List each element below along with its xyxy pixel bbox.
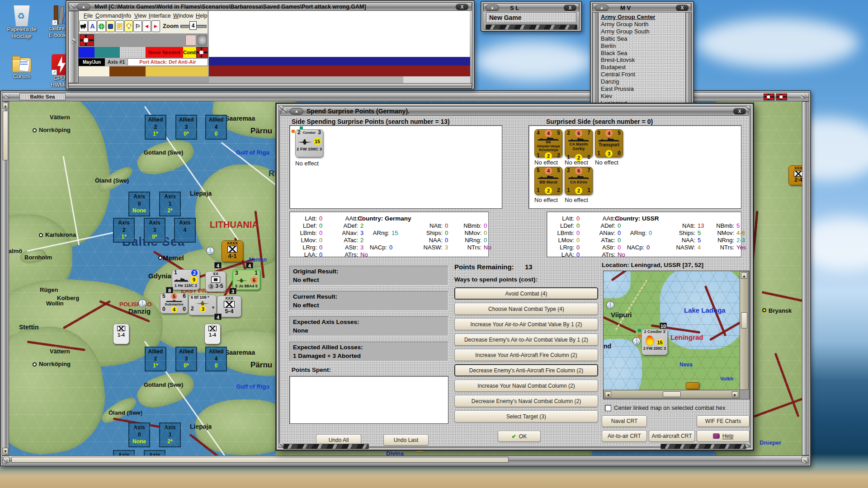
unit-counter-division[interactable]: XX 33-5: [205, 271, 226, 292]
mv-item[interactable]: Brest-Litovsk: [601, 56, 685, 64]
mv-item[interactable]: East Prussia: [601, 85, 685, 93]
fingerprint-button[interactable]: [198, 35, 207, 46]
sea-area-box[interactable]: Allied40: [205, 115, 227, 140]
scroll-up-button[interactable]: ▲: [3, 103, 8, 109]
dialog-title-bar[interactable]: ▲ Spend Surprise Points (Germany). X: [280, 106, 749, 116]
sl-item-new-game[interactable]: New Game: [486, 13, 576, 21]
sea-area-box[interactable]: Axis0None: [128, 192, 150, 216]
unit-counter-kirov[interactable]: 267 CA Kirov 121: [565, 167, 593, 195]
sea-area-box[interactable]: Axis12*: [159, 192, 181, 216]
desktop-icon-cursos[interactable]: Cursos: [3, 55, 41, 80]
mv-item[interactable]: Army Group South: [601, 28, 685, 35]
mv-item[interactable]: Baltic Sea: [601, 35, 685, 42]
zoom-slider-thumb[interactable]: 4: [189, 21, 197, 30]
spend-button-decrease-air-to-air[interactable]: Decrease Enemy's Air-to-Air Combat Value…: [454, 333, 598, 346]
unit-counter-submarine[interactable]: 556 Submarine 040: [160, 293, 188, 314]
air-to-air-crt-button[interactable]: Air-to-air CRT: [602, 430, 647, 442]
minimap-vscroll[interactable]: ▲: [740, 271, 749, 390]
text-a-icon[interactable]: A: [88, 20, 97, 32]
menu-interface[interactable]: Interface: [149, 13, 171, 19]
sea-area-box[interactable]: Axis21*: [113, 218, 135, 243]
undo-last-button[interactable]: Undo Last: [383, 434, 429, 446]
help-button[interactable]: ? Help: [697, 430, 750, 442]
spend-button-decrease-naval-column[interactable]: Decrease Enemy's Naval Combat Column (2): [454, 395, 598, 407]
close-button[interactable]: X: [455, 4, 469, 10]
close-button[interactable]: X: [733, 108, 746, 115]
menu-command[interactable]: Command: [95, 13, 122, 19]
menu-file[interactable]: File: [84, 13, 93, 19]
spend-button-avoid-combat[interactable]: Avoid Combat (4): [454, 287, 598, 300]
scroll-thumb[interactable]: [3, 111, 8, 160]
minimap-canvas[interactable]: ⚓ Viipuri Lake Ladoga Leningrad nd Neva …: [604, 271, 740, 390]
close-button[interactable]: X: [563, 5, 577, 11]
anti-aircraft-crt-button[interactable]: Anti-aircraft CRT: [649, 430, 695, 442]
sea-area-box[interactable]: Allied30*: [175, 347, 197, 371]
unit-counter-condor[interactable]: 2Condor3 15 2 FW 200C 3: [295, 129, 323, 157]
sea-area-box[interactable]: Allied30*: [175, 115, 197, 140]
spend-button-choose-naval-combat-type[interactable]: Choose Naval Combat Type (4): [454, 303, 598, 315]
naval-crt-button[interactable]: Naval CRT: [602, 415, 647, 427]
spend-button-decrease-aa-fire[interactable]: Decrease Enemy's Anti-Aircraft Fire Colu…: [454, 364, 598, 376]
mv-item[interactable]: Danzig: [601, 78, 685, 85]
unit-counter-he115[interactable]: 12 9 1 He 115C 2: [172, 269, 200, 290]
sea-area-box[interactable]: Axis: [144, 450, 165, 455]
sea-area-box[interactable]: Axis: [113, 450, 135, 455]
minimize-button[interactable]: ▲: [486, 5, 499, 11]
mv-item[interactable]: Black Sea: [601, 50, 685, 57]
arrow-left-icon[interactable]: ◄: [142, 20, 151, 32]
ok-button[interactable]: ✔OK: [498, 431, 541, 442]
minimap-unit-condor[interactable]: 2 Condor 3 15 2 FW 200C 3: [642, 329, 668, 355]
train-icon[interactable]: [79, 20, 88, 32]
scroll-down-button[interactable]: ▼: [3, 448, 8, 454]
sea-area-box[interactable]: Allied40: [205, 347, 227, 371]
mv-item-selected[interactable]: Army Group Center: [601, 14, 685, 21]
spend-button-increase-aa-fire[interactable]: Increase Your Anti-Aircraft Fire Column …: [454, 349, 598, 361]
menu-view[interactable]: View: [134, 13, 146, 19]
map-tab-baltic-sea[interactable]: Baltic Sea: [19, 93, 66, 100]
menu-window[interactable]: Window: [173, 13, 193, 19]
unit-counter-transport[interactable]: 045 Transport 130: [595, 129, 623, 157]
unit-counter-bf109[interactable]: 6 Bf 109 * 23*: [189, 295, 217, 315]
mv-item[interactable]: Berlin: [601, 42, 685, 50]
arrow-right-icon[interactable]: ►: [151, 20, 160, 32]
spend-button-select-target[interactable]: Select Target (3): [454, 410, 598, 422]
center-map-checkbox[interactable]: [605, 405, 611, 411]
sea-area-box[interactable]: Allied21*: [145, 347, 166, 371]
mv-item[interactable]: Kiev: [601, 93, 685, 100]
counter-view-icon[interactable]: [106, 20, 115, 32]
sea-area-box[interactable]: Allied21*: [145, 115, 166, 140]
wif-fe-charts-button[interactable]: WIF FE Charts: [697, 415, 750, 427]
unit-counter-infantry[interactable]: 1-4: [204, 324, 221, 344]
map-horizontal-scrollbar[interactable]: ◄ ►: [2, 455, 809, 465]
minimize-button[interactable]: ▲: [290, 108, 303, 115]
map-vertical-scrollbar[interactable]: ▲ ▼: [2, 101, 9, 455]
lamp-icon[interactable]: [124, 20, 133, 32]
counter-blank[interactable]: [185, 35, 196, 46]
desktop-icon-recycle-bin[interactable]: ♻ Papelera de reciclaje: [3, 5, 41, 40]
sea-area-box[interactable]: Axis4: [174, 218, 196, 243]
unit-counter-bryansk[interactable]: XXX 2-4: [788, 165, 802, 185]
mv-item[interactable]: Budapest: [601, 64, 685, 71]
menu-info[interactable]: Info: [122, 13, 131, 19]
document-icon[interactable]: [115, 20, 124, 32]
unit-counter-infantry[interactable]: 1-4: [113, 324, 129, 344]
unit-counter-marat[interactable]: 545 BB Marat 122: [534, 167, 562, 195]
main-title-bar[interactable]: ▲ Mwif [C:\Matrix Games\World in Flames\…: [68, 2, 472, 11]
unit-counter-ju88[interactable]: 31 6 5 Ju 88A4 5: [232, 269, 260, 290]
menu-help[interactable]: Help: [196, 13, 208, 19]
unit-counter-corps[interactable]: XXXX 4-1: [222, 240, 243, 262]
spend-button-increase-naval-column[interactable]: Increase Your Naval Combat Column (2): [454, 380, 598, 392]
unit-counter-maxim-gorkiy[interactable]: 267 CA Maxim Gorkiy 120: [565, 129, 593, 157]
sea-area-box[interactable]: Axis30*: [144, 218, 165, 243]
sl-title-bar[interactable]: ▲ S L X: [483, 3, 579, 11]
close-button[interactable]: X: [675, 5, 689, 11]
minimap-hscroll[interactable]: ◄ ►: [604, 390, 740, 399]
flag-icon[interactable]: ⚐: [133, 20, 142, 32]
mv-title-bar[interactable]: ▲ M V X: [593, 3, 691, 11]
mv-item[interactable]: Central Front: [601, 71, 685, 78]
sea-area-box[interactable]: Axis12*: [159, 422, 181, 447]
mv-item[interactable]: Army Group North: [601, 21, 685, 28]
sea-area-box[interactable]: Axis0None: [128, 422, 150, 447]
spend-button-increase-air-to-air[interactable]: Increase Your Air-to-Air Combat Value By…: [454, 318, 598, 330]
scroll-thumb[interactable]: [11, 457, 509, 463]
